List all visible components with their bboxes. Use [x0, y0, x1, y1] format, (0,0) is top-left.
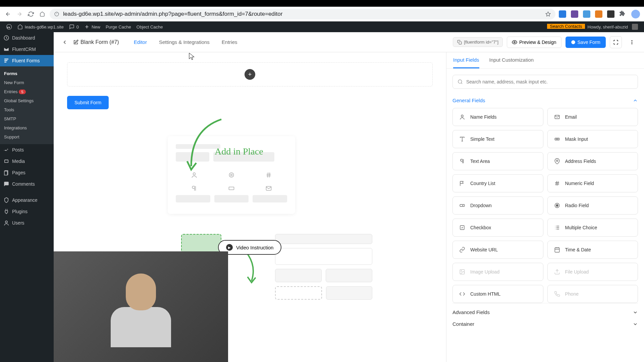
tab-input-customization[interactable]: Input Customization [489, 57, 534, 68]
sidebar-item-pages[interactable]: Pages [0, 167, 54, 178]
more-button[interactable] [626, 36, 638, 48]
appearance-icon [3, 197, 9, 203]
back-button[interactable] [60, 37, 70, 47]
submit-button[interactable]: Submit Form [67, 96, 109, 109]
save-button[interactable]: Save Form [566, 37, 606, 48]
extension-icon[interactable] [571, 10, 578, 18]
howdy-user[interactable]: Howdy, sherif-abuzid [585, 24, 641, 30]
field-numeric[interactable]: Numeric Field [547, 174, 638, 192]
field-email[interactable]: Email [547, 108, 638, 126]
submenu-integrations[interactable]: Integrations [0, 123, 54, 132]
field-radio[interactable]: Radio Field [547, 196, 638, 215]
submenu-smtp[interactable]: SMTP [0, 114, 54, 123]
sidebar-item-dashboard[interactable]: Dashboard [0, 32, 54, 44]
sidebar-item-fluentcrm[interactable]: FluentCRM [0, 44, 54, 55]
person-icon [459, 114, 466, 120]
extension-icons [559, 10, 640, 18]
dashboard-icon [3, 35, 9, 41]
submenu-forms[interactable]: Forms [0, 69, 54, 78]
form-title[interactable]: Blank Form (#7) [73, 39, 119, 45]
sidebar-item-posts[interactable]: Posts [0, 144, 54, 156]
object-cache[interactable]: Object Cache [134, 21, 166, 32]
field-address[interactable]: Address Fields [547, 152, 638, 170]
field-search-input[interactable] [466, 79, 633, 84]
comments-count[interactable]: 0 [66, 21, 82, 32]
tab-entries[interactable]: Entries [217, 37, 242, 48]
tab-settings[interactable]: Settings & Integrations [154, 37, 214, 48]
section-general-fields[interactable]: General Fields [452, 96, 638, 108]
profile-avatar[interactable] [631, 10, 640, 18]
field-simple-text[interactable]: Simple Text [452, 130, 543, 148]
home-icon[interactable] [38, 10, 46, 18]
puzzle-icon[interactable] [619, 10, 627, 18]
back-icon[interactable] [4, 10, 12, 18]
sidebar-item-plugins[interactable]: Plugins [0, 206, 54, 217]
new-content[interactable]: New [82, 21, 103, 32]
extension-icon[interactable] [559, 10, 566, 18]
comments-icon [3, 181, 9, 187]
sidebar-item-users[interactable]: Users [0, 217, 54, 229]
sidebar-item-comments[interactable]: Comments [0, 178, 54, 190]
svg-point-25 [556, 139, 556, 139]
field-url[interactable]: Website URL [452, 241, 543, 259]
extension-icon[interactable] [583, 10, 590, 18]
purge-cache[interactable]: Purge Cache [103, 21, 134, 32]
field-html[interactable]: Custom HTML [452, 285, 543, 303]
svg-point-22 [461, 115, 463, 117]
svg-point-12 [571, 40, 575, 44]
chevron-down-icon [633, 321, 638, 327]
field-country[interactable]: Country List [452, 174, 543, 192]
shortcode-button[interactable]: [fluentform id="7"] [453, 37, 503, 47]
wp-logo[interactable] [3, 21, 15, 32]
pin-icon [3, 147, 9, 153]
field-mask[interactable]: Mask Input [547, 130, 638, 148]
submenu-newform[interactable]: New Form [0, 78, 54, 87]
entries-badge: 5 [19, 89, 25, 94]
reload-icon[interactable] [27, 10, 35, 18]
add-field-button[interactable]: + [245, 69, 255, 80]
field-checkbox[interactable]: Checkbox [452, 219, 543, 237]
field-search[interactable] [452, 75, 638, 89]
preview-button[interactable]: Preview & Design [507, 37, 561, 48]
section-container[interactable]: Container [452, 321, 638, 333]
search-contacts[interactable]: Search Contacts [547, 24, 585, 29]
section-advanced-fields[interactable]: Advanced Fields [452, 303, 638, 321]
svg-point-21 [458, 80, 462, 83]
field-image-upload: Image Upload [452, 263, 543, 281]
url-input[interactable]: leads-gd6e.wp1.site/wp-admin/admin.php?p… [50, 9, 555, 19]
submenu-tools[interactable]: Tools [0, 105, 54, 114]
svg-point-28 [556, 160, 558, 162]
dropzone[interactable]: + [67, 62, 433, 86]
upload-icon [554, 268, 560, 275]
svg-point-17 [229, 173, 233, 177]
forward-icon[interactable] [15, 10, 23, 18]
extension-icon[interactable] [607, 10, 614, 18]
text-icon [459, 136, 466, 142]
star-icon[interactable] [545, 11, 551, 17]
field-multiple[interactable]: Multiple Choice [547, 219, 638, 237]
sidebar-item-appearance[interactable]: Appearance [0, 194, 54, 206]
field-datetime[interactable]: Time & Date [547, 241, 638, 259]
field-dropdown[interactable]: Dropdown [452, 196, 543, 215]
submenu-entries[interactable]: Entries5 [0, 87, 54, 96]
search-icon [458, 79, 463, 84]
field-textarea[interactable]: Text Area [452, 152, 543, 170]
sidebar-item-fluentforms[interactable]: Fluent Forms [0, 55, 54, 66]
sidebar-item-media[interactable]: Media [0, 156, 54, 167]
fullscreen-button[interactable] [610, 36, 622, 48]
chevron-up-icon [633, 98, 638, 103]
edit-icon [73, 40, 78, 45]
tab-input-fields[interactable]: Input Fields [453, 57, 479, 68]
svg-rect-10 [459, 42, 462, 44]
submenu-support[interactable]: Support [0, 132, 54, 141]
svg-point-14 [632, 42, 633, 43]
submenu-global[interactable]: Global Settings [0, 96, 54, 105]
extension-icon[interactable] [595, 10, 602, 18]
tab-editor[interactable]: Editor [129, 37, 152, 48]
hash-icon [554, 180, 560, 187]
field-name[interactable]: Name Fields [452, 108, 543, 126]
svg-rect-20 [266, 186, 271, 190]
svg-rect-19 [229, 187, 234, 190]
list-icon [554, 224, 560, 231]
site-name[interactable]: leads-gd6e.wp1.site [15, 21, 66, 32]
